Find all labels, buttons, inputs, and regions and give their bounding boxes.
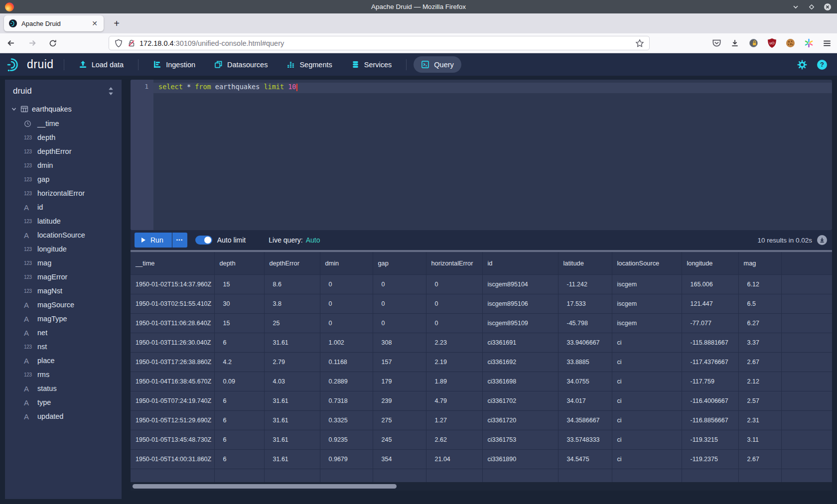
table-cell[interactable]: 25 — [264, 313, 320, 333]
run-more-button[interactable]: ••• — [172, 233, 187, 248]
sidebar-column-nst[interactable]: 123nst — [5, 340, 122, 354]
column-header-__time[interactable]: __time — [131, 252, 214, 274]
column-header-depth[interactable]: depth — [214, 252, 264, 274]
table-cell[interactable]: 3.8 — [264, 294, 320, 313]
nav-item-query[interactable]: Query — [414, 56, 461, 73]
tab-close-icon[interactable]: ✕ — [91, 19, 99, 28]
sidebar-column-longitude[interactable]: 123longitude — [5, 242, 122, 256]
table-cell[interactable]: 1950-01-03T02:51:55.410Z — [131, 294, 214, 313]
column-header-id[interactable]: id — [482, 252, 558, 274]
sidebar-column-gap[interactable]: 123gap — [5, 172, 122, 186]
table-cell[interactable]: 31.61 — [264, 430, 320, 449]
table-cell[interactable]: 1950-01-04T16:38:45.670Z — [131, 372, 214, 391]
table-cell[interactable]: 245 — [373, 430, 426, 449]
table-cell[interactable]: -115.8881667 — [682, 333, 738, 352]
table-cell[interactable]: 15 — [214, 274, 264, 294]
run-button[interactable]: Run — [135, 233, 172, 248]
table-cell[interactable]: 308 — [373, 333, 426, 352]
tracking-shield-icon[interactable] — [114, 39, 123, 48]
table-cell[interactable]: 34.5475 — [558, 449, 612, 469]
table-cell[interactable]: -117.4376667 — [682, 352, 738, 372]
help-icon[interactable]: ? — [817, 60, 827, 70]
table-cell[interactable]: 121.447 — [682, 294, 738, 313]
column-header-longitude[interactable]: longitude — [682, 252, 738, 274]
table-cell[interactable]: 2.67 — [738, 449, 781, 469]
table-cell[interactable]: 6.27 — [738, 313, 781, 333]
new-tab-button[interactable]: + — [110, 18, 124, 29]
table-cell[interactable]: 33.9406667 — [558, 333, 612, 352]
table-cell[interactable]: 179 — [373, 372, 426, 391]
table-cell[interactable]: 0 — [373, 313, 426, 333]
sql-editor[interactable]: 1 select * from earthquakes limit 10 — [131, 80, 832, 230]
sidebar-column-magSource[interactable]: AmagSource — [5, 298, 122, 312]
table-cell[interactable]: 0 — [320, 294, 373, 313]
sidebar-column-mag[interactable]: 123mag — [5, 256, 122, 270]
window-close-icon[interactable] — [823, 2, 832, 11]
table-cell[interactable]: ci3361702 — [482, 391, 558, 410]
table-cell[interactable]: 0 — [426, 294, 482, 313]
table-cell[interactable]: 6 — [214, 391, 264, 410]
table-cell[interactable]: -117.759 — [682, 372, 738, 391]
window-shade-icon[interactable] — [791, 2, 800, 11]
table-cell[interactable]: 2.31 — [738, 410, 781, 430]
table-cell[interactable]: 31.61 — [264, 391, 320, 410]
column-header-locationSource[interactable]: locationSource — [612, 252, 682, 274]
table-cell[interactable]: iscgem895106 — [482, 294, 558, 313]
table-cell[interactable]: 4.03 — [264, 372, 320, 391]
table-cell[interactable]: 6 — [214, 333, 264, 352]
nav-item-segments[interactable]: Segments — [277, 56, 341, 73]
table-cell[interactable]: -119.2375 — [682, 449, 738, 469]
column-header-latitude[interactable]: latitude — [558, 252, 612, 274]
sidebar-column-__time[interactable]: __time — [5, 117, 122, 130]
table-cell[interactable]: ci3361720 — [482, 410, 558, 430]
sidebar-column-latitude[interactable]: 123latitude — [5, 214, 122, 228]
table-cell[interactable]: 31.61 — [264, 333, 320, 352]
window-maximize-icon[interactable] — [807, 2, 816, 11]
sidebar-column-id[interactable]: Aid — [5, 200, 122, 214]
table-cell[interactable]: 34.0755 — [558, 372, 612, 391]
table-cell[interactable]: 17.533 — [558, 294, 612, 313]
table-cell[interactable]: 6 — [214, 430, 264, 449]
table-cell[interactable]: 0 — [320, 313, 373, 333]
table-cell[interactable]: 6.12 — [738, 274, 781, 294]
table-cell[interactable]: 33.5748333 — [558, 430, 612, 449]
table-cell[interactable]: 1950-01-02T15:14:37.960Z — [131, 274, 214, 294]
table-cell[interactable]: 1950-01-03T11:06:28.640Z — [131, 313, 214, 333]
ublock-icon[interactable]: uO — [766, 37, 778, 49]
table-cell[interactable]: 4.79 — [426, 391, 482, 410]
table-cell[interactable]: ci3361692 — [482, 352, 558, 372]
column-header-dmin[interactable]: dmin — [320, 252, 373, 274]
auto-limit-toggle[interactable] — [195, 236, 212, 245]
cookie-icon[interactable] — [784, 37, 796, 49]
live-query-value[interactable]: Auto — [306, 236, 320, 244]
table-cell[interactable]: 31.61 — [264, 410, 320, 430]
sidebar-table-earthquakes[interactable]: earthquakes — [5, 102, 122, 117]
table-cell[interactable]: 275 — [373, 410, 426, 430]
pocket-icon[interactable] — [710, 37, 722, 49]
table-cell[interactable]: 0.09 — [214, 372, 264, 391]
sidebar-column-locationSource[interactable]: AlocationSource — [5, 228, 122, 242]
nav-item-services[interactable]: Services — [342, 56, 402, 73]
table-cell[interactable]: 0.9679 — [320, 449, 373, 469]
table-cell[interactable]: 30 — [214, 294, 264, 313]
table-cell[interactable]: ci3361698 — [482, 372, 558, 391]
table-cell[interactable]: 0 — [373, 294, 426, 313]
table-cell[interactable]: 354 — [373, 449, 426, 469]
downloads-icon[interactable] — [729, 37, 741, 49]
table-cell[interactable]: ci — [612, 352, 682, 372]
url-bar[interactable]: 172.18.0.4:30109/unified-console.html#qu… — [109, 36, 650, 50]
table-cell[interactable]: 165.006 — [682, 274, 738, 294]
sidebar-column-horizontalError[interactable]: 123horizontalError — [5, 186, 122, 200]
column-header-depthError[interactable]: depthError — [264, 252, 320, 274]
table-cell[interactable]: 1950-01-05T13:45:48.730Z — [131, 430, 214, 449]
table-cell[interactable]: 3.11 — [738, 430, 781, 449]
table-cell[interactable]: iscgem895109 — [482, 313, 558, 333]
table-cell[interactable]: 1.27 — [426, 410, 482, 430]
schema-selector[interactable]: druid — [5, 84, 122, 99]
table-cell[interactable]: ci3361890 — [482, 449, 558, 469]
table-cell[interactable]: 1950-01-03T17:26:38.860Z — [131, 352, 214, 372]
chevron-down-icon[interactable] — [11, 106, 17, 112]
sql-text[interactable]: select * from earthquakes limit 10 — [158, 83, 297, 93]
table-cell[interactable]: 2.12 — [738, 372, 781, 391]
container-icon[interactable] — [803, 37, 815, 49]
